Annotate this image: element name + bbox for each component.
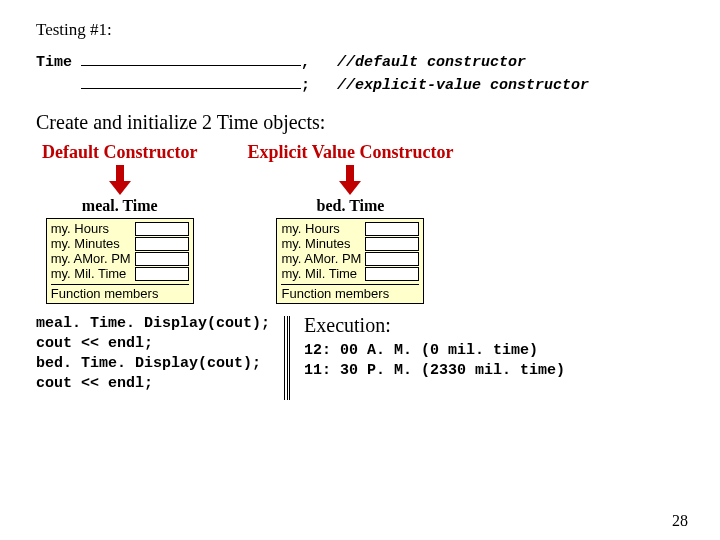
svg-rect-0 xyxy=(116,165,124,181)
subheading: Create and initialize 2 Time objects: xyxy=(36,111,684,134)
execution-title: Execution: xyxy=(304,314,684,337)
object2-box: my. Hours my. Minutes my. AMor. PM my. M… xyxy=(276,218,424,304)
member-name: my. AMor. PM xyxy=(51,252,135,265)
member-name: my. AMor. PM xyxy=(281,252,365,265)
blank-line-1 xyxy=(81,50,301,66)
member-name: my. Hours xyxy=(51,222,135,235)
member-row: my. Mil. Time xyxy=(51,267,189,281)
object-diagrams: Default Constructor meal. Time my. Hours… xyxy=(42,142,684,304)
arrow-down-icon xyxy=(107,165,133,195)
default-ctor-column: Default Constructor meal. Time my. Hours… xyxy=(42,142,197,304)
member-field xyxy=(135,237,189,251)
member-field xyxy=(135,222,189,236)
member-field xyxy=(135,252,189,266)
comment-explicit-ctor: //explicit-value constructor xyxy=(337,77,589,94)
member-field xyxy=(135,267,189,281)
code-line: bed. Time. Display(cout); xyxy=(36,355,261,372)
function-members-label: Function members xyxy=(281,284,419,301)
code-line: cout << endl; xyxy=(36,335,153,352)
member-name: my. Hours xyxy=(281,222,365,235)
page-number: 28 xyxy=(672,512,688,530)
member-name: my. Minutes xyxy=(281,237,365,250)
svg-rect-2 xyxy=(346,165,354,181)
display-code: meal. Time. Display(cout); cout << endl;… xyxy=(36,314,270,395)
bottom-row: meal. Time. Display(cout); cout << endl;… xyxy=(36,314,684,400)
blank-line-2 xyxy=(81,73,301,89)
output-line: 11: 30 P. M. (2330 mil. time) xyxy=(304,362,565,379)
member-row: my. AMor. PM xyxy=(281,252,419,266)
member-field xyxy=(365,237,419,251)
member-row: my. Minutes xyxy=(51,237,189,251)
member-row: my. Mil. Time xyxy=(281,267,419,281)
output-line: 12: 00 A. M. (0 mil. time) xyxy=(304,342,538,359)
arrow-down-icon xyxy=(337,165,363,195)
member-row: my. AMor. PM xyxy=(51,252,189,266)
testing-label: Testing #1: xyxy=(36,20,684,40)
vertical-divider-icon xyxy=(284,316,290,400)
member-row: my. Hours xyxy=(51,222,189,236)
member-name: my. Minutes xyxy=(51,237,135,250)
semicolon: ; xyxy=(301,77,310,94)
code-line: meal. Time. Display(cout); xyxy=(36,315,270,332)
member-field xyxy=(365,222,419,236)
member-field xyxy=(365,252,419,266)
execution-output: 12: 00 A. M. (0 mil. time) 11: 30 P. M. … xyxy=(304,341,684,382)
object1-label: meal. Time xyxy=(82,197,158,215)
comment-default-ctor: //default constructor xyxy=(337,54,526,71)
object1-box: my. Hours my. Minutes my. AMor. PM my. M… xyxy=(46,218,194,304)
execution-block: Execution: 12: 00 A. M. (0 mil. time) 11… xyxy=(304,314,684,382)
type-keyword: Time xyxy=(36,54,72,71)
member-row: my. Minutes xyxy=(281,237,419,251)
declaration-code: Time , //default constructor ; //explici… xyxy=(36,50,684,97)
comma: , xyxy=(301,54,310,71)
member-name: my. Mil. Time xyxy=(51,267,135,280)
svg-marker-3 xyxy=(339,181,361,195)
object2-label: bed. Time xyxy=(317,197,385,215)
member-name: my. Mil. Time xyxy=(281,267,365,280)
member-row: my. Hours xyxy=(281,222,419,236)
code-line: cout << endl; xyxy=(36,375,153,392)
explicit-ctor-column: Explicit Value Constructor bed. Time my.… xyxy=(247,142,453,304)
default-ctor-title: Default Constructor xyxy=(42,142,197,163)
member-field xyxy=(365,267,419,281)
function-members-label: Function members xyxy=(51,284,189,301)
explicit-ctor-title: Explicit Value Constructor xyxy=(247,142,453,163)
svg-marker-1 xyxy=(109,181,131,195)
